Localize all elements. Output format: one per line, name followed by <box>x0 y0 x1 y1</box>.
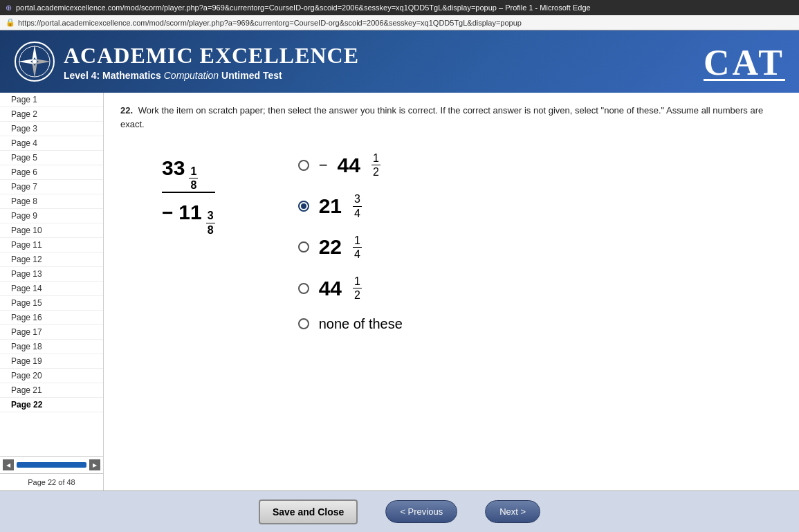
header-text: Academic Excellence Level 4: Mathematics… <box>64 43 359 81</box>
math-top-row: 33 1 8 <box>162 152 215 192</box>
problem-area: 33 1 8 − 11 3 8 <box>120 145 782 332</box>
previous-button[interactable]: < Previous <box>385 500 457 523</box>
sidebar-item-page-8[interactable]: Page 8 <box>0 194 103 209</box>
save-close-button[interactable]: Save and Close <box>259 499 358 524</box>
sidebar-item-page-19[interactable]: Page 19 <box>0 354 103 369</box>
sidebar-item-page-13[interactable]: Page 13 <box>0 267 103 282</box>
answer-d-whole: 44 <box>319 277 342 300</box>
sidebar-scroll[interactable]: Page 1Page 2Page 3Page 4Page 5Page 6Page… <box>0 93 103 456</box>
svg-marker-2 <box>32 45 37 62</box>
answer-dash-a: − <box>319 156 328 174</box>
sidebar-item-page-10[interactable]: Page 10 <box>0 223 103 238</box>
body-layout: Page 1Page 2Page 3Page 4Page 5Page 6Page… <box>0 93 799 490</box>
radio-a[interactable] <box>298 160 309 171</box>
next-button[interactable]: Next > <box>485 500 540 523</box>
answer-option-d[interactable]: 44 1 2 <box>298 275 403 302</box>
answer-e-label: none of these <box>319 316 403 332</box>
sidebar-item-page-3[interactable]: Page 3 <box>0 122 103 136</box>
sidebar-item-page-22[interactable]: Page 22 <box>0 398 103 412</box>
bottom-whole: 11 <box>178 196 201 229</box>
sidebar-item-page-12[interactable]: Page 12 <box>0 253 103 267</box>
sidebar-item-page-1[interactable]: Page 1 <box>0 93 103 107</box>
top-whole: 33 <box>162 152 185 185</box>
sidebar-scroll-right-btn[interactable]: ▶ <box>89 459 100 470</box>
sidebar-item-page-9[interactable]: Page 9 <box>0 209 103 223</box>
radio-e[interactable] <box>298 318 309 329</box>
answer-b-whole: 21 <box>319 194 342 218</box>
sidebar-item-page-14[interactable]: Page 14 <box>0 282 103 296</box>
radio-b[interactable] <box>298 201 309 212</box>
app-header: Academic Excellence Level 4: Mathematics… <box>0 30 799 93</box>
math-problem: 33 1 8 − 11 3 8 <box>162 152 215 237</box>
header-left: Academic Excellence Level 4: Mathematics… <box>14 41 359 82</box>
lock-icon: 🔒 <box>6 18 15 27</box>
cat-logo: CAT <box>704 42 785 81</box>
radio-c[interactable] <box>298 241 309 253</box>
sidebar-item-page-11[interactable]: Page 11 <box>0 238 103 253</box>
math-bottom-row: − 11 3 8 <box>162 192 215 236</box>
main-container: Academic Excellence Level 4: Mathematics… <box>0 30 799 532</box>
sidebar-page-info: Page 22 of 48 <box>0 473 103 490</box>
browser-title: portal.academicexcellence.com/mod/scorm/… <box>16 3 591 12</box>
compass-icon <box>14 41 55 82</box>
question-header: 22. Work the item on scratch paper; then… <box>120 104 782 131</box>
sidebar-item-page-4[interactable]: Page 4 <box>0 136 103 151</box>
browser-address-bar: 🔒 https://portal.academicexcellence.com/… <box>0 15 799 30</box>
answer-a-whole: 44 <box>338 154 360 177</box>
answer-option-e[interactable]: none of these <box>298 316 403 332</box>
sidebar-item-page-15[interactable]: Page 15 <box>0 296 103 311</box>
question-text: Work the item on scratch paper; then sel… <box>120 105 763 129</box>
sidebar-item-page-21[interactable]: Page 21 <box>0 383 103 398</box>
bottom-fraction: 3 8 <box>206 209 215 236</box>
sidebar-item-page-18[interactable]: Page 18 <box>0 340 103 354</box>
sidebar-item-page-2[interactable]: Page 2 <box>0 107 103 122</box>
header-subject: Mathematics <box>102 70 161 81</box>
sidebar-item-page-20[interactable]: Page 20 <box>0 369 103 383</box>
question-number: 22. <box>120 105 133 116</box>
sidebar-scrollbar <box>17 462 86 468</box>
answer-option-b[interactable]: 21 3 4 <box>298 192 403 219</box>
answer-option-c[interactable]: 22 1 4 <box>298 234 403 261</box>
answer-b-fraction: 3 4 <box>353 192 362 219</box>
header-test-label: Untimed Test <box>221 70 282 81</box>
header-type: Computation <box>164 70 219 81</box>
sidebar-scroll-left-btn[interactable]: ◀ <box>3 459 14 470</box>
browser-title-bar: ⊕ portal.academicexcellence.com/mod/scor… <box>0 0 799 15</box>
answer-choices: − 44 1 2 21 3 4 <box>298 152 403 332</box>
svg-marker-5 <box>35 59 51 64</box>
top-fraction: 1 8 <box>189 165 198 192</box>
svg-point-6 <box>33 59 37 64</box>
sidebar-item-page-16[interactable]: Page 16 <box>0 311 103 325</box>
footer: Save and Close < Previous Next > <box>0 490 799 532</box>
sidebar-item-page-5[interactable]: Page 5 <box>0 151 103 165</box>
header-level: Level 4: <box>64 70 100 81</box>
content-area: 22. Work the item on scratch paper; then… <box>104 93 799 490</box>
header-title: Academic Excellence <box>64 43 359 68</box>
sidebar-scroll-controls: ◀ ▶ <box>0 456 103 473</box>
answer-option-a[interactable]: − 44 1 2 <box>298 152 403 178</box>
sidebar: Page 1Page 2Page 3Page 4Page 5Page 6Page… <box>0 93 104 490</box>
sidebar-item-page-17[interactable]: Page 17 <box>0 325 103 340</box>
favicon-icon: ⊕ <box>6 3 12 12</box>
minus-sign: − <box>162 198 173 229</box>
radio-d[interactable] <box>298 283 309 294</box>
browser-url: https://portal.academicexcellence.com/mo… <box>18 19 522 27</box>
answer-c-fraction: 1 4 <box>353 234 362 261</box>
answer-a-fraction: 1 2 <box>371 152 380 178</box>
answer-d-fraction: 1 2 <box>353 275 362 302</box>
sidebar-item-page-6[interactable]: Page 6 <box>0 165 103 180</box>
svg-marker-4 <box>18 59 35 64</box>
sidebar-item-page-7[interactable]: Page 7 <box>0 180 103 194</box>
svg-marker-3 <box>32 62 37 78</box>
header-subtitle: Level 4: Mathematics Computation Untimed… <box>64 70 359 81</box>
answer-c-whole: 22 <box>319 235 342 259</box>
